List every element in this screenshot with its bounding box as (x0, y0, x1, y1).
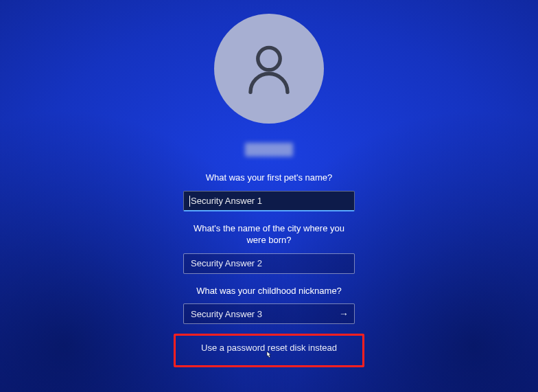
security-question-1: What was your first pet's name? (183, 172, 355, 184)
text-caret (189, 196, 190, 207)
username-redacted (245, 143, 293, 157)
svg-point-0 (258, 47, 280, 69)
security-answer-1-input[interactable] (183, 191, 355, 211)
security-answer-2-input[interactable] (183, 253, 355, 274)
submit-arrow-button[interactable]: → (333, 303, 355, 324)
user-icon (238, 38, 300, 100)
security-question-2: What's the name of the city where you we… (183, 222, 355, 246)
security-answer-3-input[interactable] (183, 303, 355, 324)
use-password-reset-disk-link[interactable]: Use a password reset disk instead (201, 343, 337, 353)
arrow-right-icon: → (339, 308, 349, 319)
avatar (214, 14, 324, 124)
security-question-3: What was your childhood nickname? (183, 285, 355, 297)
reset-disk-link-highlight: Use a password reset disk instead (174, 334, 364, 367)
